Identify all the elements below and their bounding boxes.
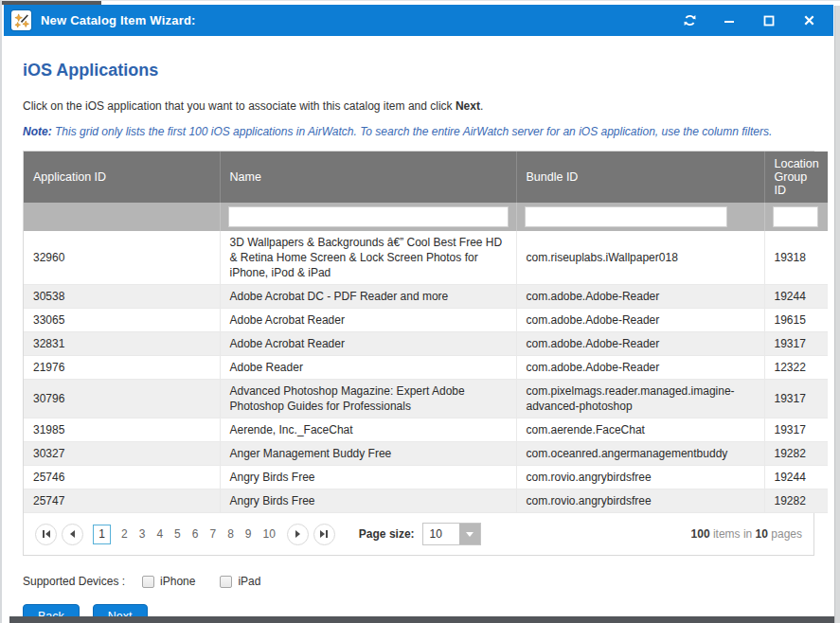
wizard-window: New Catalog Item Wizard:	[0, 0, 840, 623]
cell-location-group-id: 19317	[764, 380, 828, 418]
column-header-application-id[interactable]: Application ID	[24, 151, 220, 203]
bundle-id-filter-input[interactable]	[525, 206, 727, 227]
table-row[interactable]: 32960 3D Wallpapers & Backgrounds â€” Co…	[24, 231, 828, 285]
next-page-icon[interactable]	[287, 524, 309, 545]
pages-text: pages	[768, 527, 802, 541]
table-row[interactable]: 30327 Anger Management Buddy Free com.oc…	[24, 442, 828, 466]
current-page-indicator[interactable]: 1	[93, 525, 111, 544]
table-row[interactable]: 25747 Angry Birds Free com.rovio.angrybi…	[24, 490, 828, 513]
last-page-icon[interactable]	[313, 524, 335, 545]
ipad-checkbox-label: iPad	[238, 575, 260, 588]
window-bottom-shadow	[9, 616, 834, 623]
pager-status: 100 items in 10 pages	[691, 527, 802, 541]
first-page-icon[interactable]	[35, 524, 57, 545]
cell-location-group-id: 19317	[764, 418, 828, 442]
cell-location-group-id: 12322	[764, 356, 828, 380]
page-link-3[interactable]: 3	[139, 527, 146, 541]
page-link-6[interactable]: 6	[192, 527, 199, 541]
table-row[interactable]: 31985 Aerende, Inc._FaceChat com.aerende…	[24, 418, 828, 442]
cell-location-group-id: 19282	[764, 442, 828, 466]
table-row[interactable]: 30796 Advanced Photoshop Magazine: Exper…	[24, 380, 828, 418]
cell-bundle-id: com.adobe.Adobe-Reader	[516, 309, 764, 332]
cell-name: Adobe Reader	[220, 356, 516, 380]
page-size-control: Page size: 10	[359, 523, 481, 545]
cell-location-group-id: 19615	[764, 309, 828, 332]
checkbox-icon[interactable]	[142, 576, 154, 588]
location-group-id-filter-input[interactable]	[773, 206, 818, 227]
cell-bundle-id: com.pixelmags.reader.managed.imagine-adv…	[516, 380, 764, 418]
page-link-10[interactable]: 10	[263, 527, 276, 541]
pager-bar: 1 2 3 4 5 6 7 8 9 10 Page size: 10	[24, 513, 813, 555]
cell-bundle-id: com.rovio.angrybirdsfree	[516, 490, 764, 513]
cell-bundle-id: com.adobe.Adobe-Reader	[516, 332, 764, 356]
column-header-bundle-id[interactable]: Bundle ID	[516, 151, 764, 203]
cell-application-id: 30538	[24, 285, 220, 309]
column-header-location-group-id[interactable]: Location Group ID	[764, 151, 828, 203]
page-title: iOS Applications	[23, 61, 814, 80]
page-link-8[interactable]: 8	[227, 527, 234, 541]
chevron-down-icon[interactable]	[459, 524, 480, 544]
supported-devices-row: Supported Devices : iPhone iPad	[23, 575, 814, 588]
instruction-next-emphasis: Next	[456, 99, 480, 113]
table-row[interactable]: 33065 Adobe Acrobat Reader com.adobe.Ado…	[24, 309, 828, 332]
previous-page-icon[interactable]	[62, 524, 83, 545]
wizard-content: iOS Applications Click on the iOS applic…	[4, 36, 833, 615]
table-row[interactable]: 21976 Adobe Reader com.adobe.Adobe-Reade…	[24, 356, 828, 380]
table-row[interactable]: 32831 Adobe Acrobat Reader com.adobe.Ado…	[24, 332, 828, 356]
cell-bundle-id: com.aerende.FaceChat	[516, 418, 764, 442]
instruction-text: Click on the iOS application that you wa…	[23, 99, 814, 113]
cell-name: 3D Wallpapers & Backgrounds â€” Cool Bes…	[220, 231, 516, 285]
cell-application-id: 31985	[24, 418, 220, 442]
note-body: This grid only lists the first 100 iOS a…	[52, 125, 773, 138]
cell-application-id: 30796	[24, 380, 220, 418]
cell-application-id: 25746	[24, 466, 220, 490]
filter-cell-bundle-id	[516, 203, 764, 231]
ipad-checkbox-option[interactable]: iPad	[220, 575, 260, 588]
window-right-shadow	[834, 6, 840, 623]
column-header-name[interactable]: Name	[220, 151, 516, 203]
maximize-icon[interactable]	[760, 11, 778, 30]
iphone-checkbox-label: iPhone	[160, 575, 195, 588]
minimize-icon[interactable]	[720, 11, 739, 30]
filter-cell-location-group-id	[764, 203, 828, 231]
cell-application-id: 33065	[24, 309, 220, 332]
page-link-9[interactable]: 9	[245, 527, 252, 541]
cell-location-group-id: 19282	[764, 490, 828, 513]
page-size-select[interactable]: 10	[422, 523, 481, 545]
window-controls	[680, 11, 818, 30]
iphone-checkbox-option[interactable]: iPhone	[142, 575, 195, 588]
cell-location-group-id: 19244	[764, 285, 828, 309]
cell-application-id: 32831	[24, 332, 220, 356]
cell-name: Anger Management Buddy Free	[220, 442, 516, 466]
table-row[interactable]: 30538 Adobe Acrobat DC - PDF Reader and …	[24, 285, 828, 309]
cell-location-group-id: 19318	[764, 231, 828, 285]
page-link-7[interactable]: 7	[209, 527, 216, 541]
cell-name: Advanced Photoshop Magazine: Expert Adob…	[220, 380, 516, 418]
refresh-icon[interactable]	[680, 11, 699, 30]
name-filter-input[interactable]	[228, 206, 509, 227]
checkbox-icon[interactable]	[220, 576, 232, 588]
page-link-5[interactable]: 5	[174, 527, 181, 541]
grid-header-row: Application ID Name Bundle ID Location G…	[24, 151, 828, 203]
cell-location-group-id: 19317	[764, 332, 828, 356]
instruction-prefix: Click on the iOS application that you wa…	[23, 99, 456, 113]
wizard-wand-stars-icon	[11, 10, 31, 30]
items-text: items in	[710, 527, 756, 541]
close-icon[interactable]	[799, 11, 818, 30]
pages-count: 10	[756, 527, 768, 541]
page-link-4[interactable]: 4	[156, 527, 163, 541]
cell-name: Aerende, Inc._FaceChat	[220, 418, 516, 442]
page-size-label: Page size:	[359, 527, 415, 541]
title-bar: New Catalog Item Wizard:	[4, 5, 833, 36]
cell-application-id: 21976	[24, 356, 220, 380]
cell-bundle-id: com.adobe.Adobe-Reader	[516, 356, 764, 380]
applications-grid: Application ID Name Bundle ID Location G…	[23, 151, 814, 556]
cell-bundle-id: com.oceanred.angermanagementbuddy	[516, 442, 764, 466]
note-text: Note: This grid only lists the first 100…	[23, 125, 814, 138]
note-label: Note:	[23, 125, 52, 138]
page-link-2[interactable]: 2	[121, 527, 128, 541]
table-row[interactable]: 25746 Angry Birds Free com.rovio.angrybi…	[24, 466, 828, 490]
cell-name: Adobe Acrobat Reader	[220, 332, 516, 356]
cell-location-group-id: 19244	[764, 466, 828, 490]
page-size-value: 10	[423, 524, 459, 544]
